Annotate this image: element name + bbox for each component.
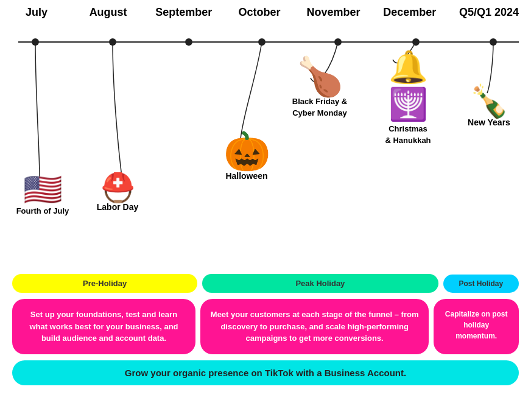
month-october: October — [235, 6, 284, 19]
dot-december — [412, 38, 420, 46]
dot-september — [185, 38, 192, 46]
month-q5: Q5/Q1 2024 — [459, 6, 519, 19]
peak-holiday-desc: Meet your customers at each stage of the… — [200, 299, 429, 354]
description-boxes: Set up your foundations, test and learn … — [12, 299, 519, 354]
month-july: July — [12, 6, 61, 19]
month-august: August — [84, 6, 133, 19]
months-row: July August September October November D… — [0, 0, 531, 19]
halloween-label: Halloween — [225, 171, 267, 181]
holiday-labor-day: ⛑️ Labor Day — [90, 173, 145, 212]
hardhat-emoji: ⛑️ — [90, 173, 145, 201]
timeline-line — [18, 41, 519, 43]
pumpkin-emoji: 🎃 — [216, 133, 277, 170]
peak-holiday-bar: Peak Holiday — [202, 274, 438, 293]
timeline-section: July August September October November D… — [0, 0, 531, 268]
dot-q5 — [490, 38, 497, 46]
dot-july — [32, 38, 39, 46]
phase-bars: Pre-Holiday Peak Holiday Post Holiday — [12, 274, 519, 293]
post-holiday-bar: Post Holiday — [443, 275, 519, 293]
dot-november — [334, 38, 342, 46]
month-september: September — [155, 6, 212, 19]
pre-holiday-bar: Pre-Holiday — [12, 274, 197, 293]
month-november: November — [307, 6, 360, 19]
black-friday-label: Black Friday &Cyber Monday — [292, 97, 347, 117]
cta-bar: Grow your organic presence on TikTok wit… — [12, 360, 519, 385]
holiday-black-friday: 🍗 Black Friday &Cyber Monday — [283, 58, 356, 119]
holiday-christmas: 🔔🕎 Christmas& Hanukkah — [371, 49, 445, 146]
flag-emoji: 🇺🇸 — [12, 173, 73, 205]
fourth-of-july-label: Fourth of July — [16, 206, 69, 215]
holiday-new-years: 🍾 New Years — [462, 85, 516, 128]
champagne-emoji: 🍾 — [462, 85, 516, 117]
post-holiday-desc: Capitalize on post holiday momentum. — [434, 299, 519, 354]
new-years-label: New Years — [468, 117, 510, 127]
christmas-label: Christmas& Hanukkah — [385, 124, 431, 145]
turkey-emoji: 🍗 — [283, 58, 356, 96]
labor-day-label: Labor Day — [97, 202, 138, 212]
month-december: December — [383, 6, 436, 19]
dot-october — [258, 38, 266, 46]
dot-august — [109, 38, 116, 46]
christmas-emojis: 🔔🕎 — [371, 49, 445, 123]
holiday-fourth-of-july: 🇺🇸 Fourth of July — [12, 173, 73, 217]
bottom-section: Pre-Holiday Peak Holiday Post Holiday Se… — [0, 268, 531, 391]
holiday-halloween: 🎃 Halloween — [216, 133, 277, 181]
pre-holiday-desc: Set up your foundations, test and learn … — [12, 299, 195, 354]
